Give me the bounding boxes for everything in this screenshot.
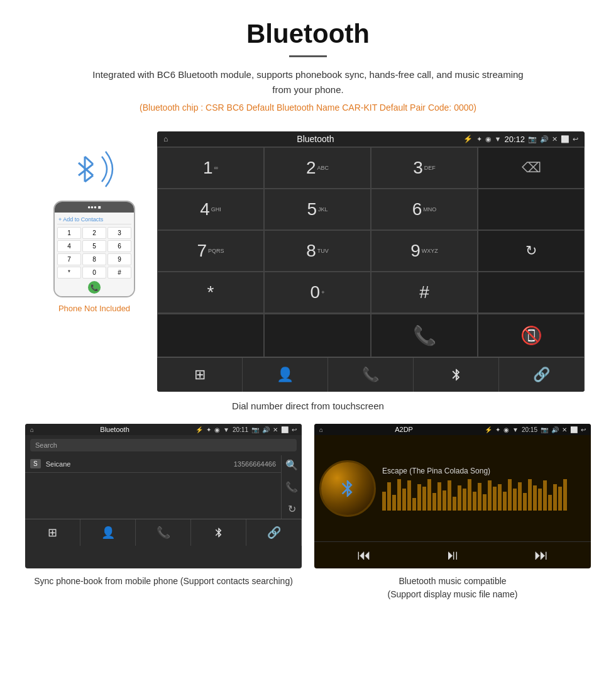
pb-tab-phone[interactable]: 📞 (136, 519, 191, 546)
phone-key-0: 0 (82, 267, 106, 279)
pb-side-icons: 🔍 📞 ↻ (281, 455, 302, 519)
dial-key-3[interactable]: 3DEF (371, 147, 478, 189)
tab-phone[interactable]: 📞 (328, 358, 414, 392)
call-green-icon: 📞 (413, 324, 436, 346)
song-title: Escape (The Pina Colada Song) (382, 467, 586, 475)
phone-key-3: 3 (107, 227, 131, 239)
ms-cam: 📷 (541, 426, 548, 433)
ms-time: 20:15 (522, 426, 537, 433)
next-track-btn[interactable]: ⏭ (534, 547, 548, 563)
refresh-cell[interactable]: ↻ (478, 230, 585, 272)
dial-key-5[interactable]: 5JKL (264, 189, 371, 230)
home-icon[interactable]: ⌂ (163, 135, 168, 143)
bluetooth-signal (69, 144, 119, 194)
usb-icon: ⚡ (463, 135, 473, 143)
window-icon[interactable]: ⬜ (561, 135, 569, 143)
svg-line-1 (85, 157, 93, 164)
backspace-cell[interactable]: ⌫ (478, 147, 585, 189)
dial-key-star[interactable]: * (157, 272, 264, 313)
music-info: Escape (The Pina Colada Song) (382, 467, 586, 511)
wifi-icon: ▼ (495, 135, 502, 143)
pb-contact-row: S Seicane 13566664466 (25, 455, 281, 473)
phone-key-hash: # (107, 267, 131, 279)
dial-key-7[interactable]: 7PQRS (157, 230, 264, 272)
music-status-bar: ⌂ A2DP ⚡ ✦ ◉ ▼ 20:15 📷 🔊 ✕ ⬜ ↩ (314, 424, 591, 435)
main-content: ●●● ■ + Add to Contacts 1 2 3 4 5 6 7 8 … (0, 131, 616, 392)
music-item: ⌂ A2DP ⚡ ✦ ◉ ▼ 20:15 📷 🔊 ✕ ⬜ ↩ (314, 424, 591, 601)
bottom-row: ⌂ Bluetooth ⚡ ✦ ◉ ▼ 20:11 📷 🔊 ✕ ⬜ ↩ Sear… (0, 424, 616, 620)
ms-bt: ✦ (495, 426, 500, 433)
location-icon: ◉ (485, 135, 492, 143)
pb-search-bar[interactable]: Search (30, 439, 297, 451)
call-buttons-row: 📞 📵 (157, 313, 585, 357)
dial-key-1[interactable]: 1∞ (157, 147, 264, 189)
bt-status-icon: ✦ (476, 135, 482, 143)
pb-tab-bt[interactable] (191, 519, 246, 546)
pb-status-bar: ⌂ Bluetooth ⚡ ✦ ◉ ▼ 20:11 📷 🔊 ✕ ⬜ ↩ (25, 424, 302, 435)
dial-key-0[interactable]: 0+ (264, 272, 371, 313)
status-icons: ✦ ◉ ▼ 20:12 📷 🔊 ✕ ⬜ ↩ (476, 135, 578, 144)
dial-screen: ⌂ Bluetooth ⚡ ✦ ◉ ▼ 20:12 📷 🔊 ✕ ⬜ ↩ 1∞ 2 (157, 131, 585, 392)
pb-phone-icon[interactable]: 📞 (285, 481, 298, 493)
call-green-cell[interactable]: 📞 (371, 314, 478, 357)
dial-bottom-tabs: ⊞ 👤 📞 🔗 (157, 357, 585, 392)
prev-track-btn[interactable]: ⏮ (357, 547, 371, 563)
dial-key-hash[interactable]: # (371, 272, 478, 313)
tab-bluetooth[interactable] (414, 358, 499, 392)
back-icon[interactable]: ↩ (573, 135, 578, 143)
phone-not-included-label: Phone Not Included (58, 304, 130, 313)
phone-key-7: 7 (57, 253, 81, 265)
pb-bt: ✦ (206, 426, 211, 433)
time-display: 20:12 (504, 135, 525, 144)
backspace-icon: ⌫ (522, 160, 541, 176)
tab-dialpad[interactable]: ⊞ (157, 358, 243, 392)
pb-search-placeholder: Search (35, 441, 57, 449)
phone-key-8: 8 (82, 253, 106, 265)
empty-b1 (157, 314, 264, 357)
pb-tab-dialpad[interactable]: ⊞ (25, 519, 80, 546)
camera-icon[interactable]: 📷 (528, 135, 537, 143)
phone-key-4: 4 (57, 240, 81, 252)
empty-cell-1 (478, 189, 585, 230)
dial-key-8[interactable]: 8TUV (264, 230, 371, 272)
tab-link[interactable]: 🔗 (499, 358, 585, 392)
ms-loc: ◉ (503, 426, 509, 433)
pb-sync-icon[interactable]: ↻ (288, 503, 296, 515)
pb-content: S Seicane 13566664466 🔍 📞 ↻ (25, 455, 302, 519)
pb-back: ↩ (292, 426, 297, 433)
dial-key-2[interactable]: 2ABC (264, 147, 371, 189)
left-phone-area: ●●● ■ + Add to Contacts 1 2 3 4 5 6 7 8 … (31, 131, 157, 313)
phone-call-button: 📞 (88, 281, 101, 294)
music-controls: ⏮ ⏯ ⏭ (314, 541, 591, 568)
phone-add-contacts: + Add to Contacts (57, 215, 131, 224)
pb-wifi: ▼ (223, 426, 229, 433)
pb-tab-contacts[interactable]: 👤 (80, 519, 136, 546)
page-subtitle: Integrated with BC6 Bluetooth module, su… (88, 67, 528, 97)
pb-contact-letter: S (30, 459, 41, 468)
pb-x: ✕ (273, 426, 278, 433)
bluetooth-signal-svg (69, 144, 119, 194)
phone-key-1: 1 (57, 227, 81, 239)
dial-key-9[interactable]: 9WXYZ (371, 230, 478, 272)
phone-dialpad: 1 2 3 4 5 6 7 8 9 * 0 # (57, 227, 131, 279)
play-pause-btn[interactable]: ⏯ (446, 547, 459, 563)
tab-contacts[interactable]: 👤 (243, 358, 328, 392)
close-icon[interactable]: ✕ (552, 135, 558, 143)
music-caption: Bluetooth music compatible(Support displ… (314, 575, 591, 601)
ms-title: A2DP (326, 426, 481, 433)
call-red-cell[interactable]: 📵 (478, 314, 585, 357)
pb-caption: Sync phone-book from mobile phone (Suppo… (25, 575, 302, 588)
volume-icon[interactable]: 🔊 (540, 135, 549, 143)
dial-grid: 1∞ 2ABC 3DEF ⌫ 4GHI 5JKL 6MNO (157, 147, 585, 313)
phone-call-row: 📞 (57, 281, 131, 294)
pb-tab-link[interactable]: 🔗 (246, 519, 302, 546)
dial-key-6[interactable]: 6MNO (371, 189, 478, 230)
pb-contact-phone: 13566664466 (234, 460, 276, 468)
dial-status-bar: ⌂ Bluetooth ⚡ ✦ ◉ ▼ 20:12 📷 🔊 ✕ ⬜ ↩ (157, 131, 585, 147)
pb-search-icon[interactable]: 🔍 (285, 459, 298, 471)
music-screenshot: ⌂ A2DP ⚡ ✦ ◉ ▼ 20:15 📷 🔊 ✕ ⬜ ↩ (314, 424, 591, 568)
dial-key-4[interactable]: 4GHI (157, 189, 264, 230)
pb-win: ⬜ (281, 426, 289, 433)
refresh-icon: ↻ (525, 243, 537, 259)
pb-list: S Seicane 13566664466 (25, 455, 281, 519)
